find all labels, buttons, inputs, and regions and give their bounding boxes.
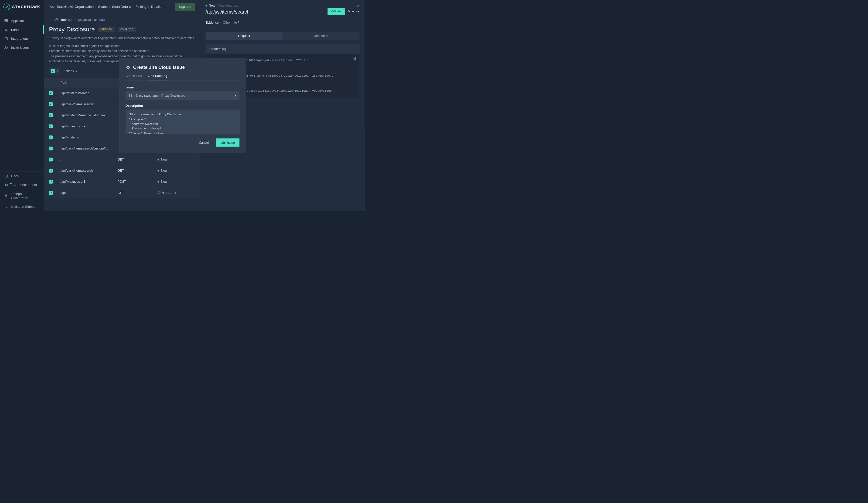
svg-point-12 <box>6 195 7 196</box>
sidebar-item-label: Scans <box>11 28 20 32</box>
row-path: /api/basic/items/search/customT... <box>61 147 117 150</box>
description-textarea[interactable] <box>126 110 240 134</box>
sidebar-item-label: Announcements <box>12 183 37 187</box>
upgrade-button[interactable]: Upgrade <box>175 3 195 11</box>
stackhawk-logo-icon <box>3 3 10 11</box>
validate-button[interactable]: Validate <box>328 8 345 15</box>
window-icon <box>55 18 59 21</box>
row-more-menu[interactable]: ⋮ <box>191 169 195 173</box>
row-checkbox[interactable] <box>49 135 53 139</box>
svg-rect-2 <box>7 19 8 20</box>
grid-icon <box>4 19 8 23</box>
breadcrumb-item[interactable]: Scans <box>98 5 107 9</box>
close-button[interactable]: × <box>357 3 360 8</box>
cwe-badge[interactable]: CWE-200 <box>118 27 136 32</box>
back-button[interactable]: ← <box>49 18 53 22</box>
row-checkbox[interactable] <box>49 146 53 150</box>
sidebar-item-announcements[interactable]: Announcements <box>0 181 44 189</box>
svg-rect-3 <box>5 21 6 22</box>
row-checkbox[interactable] <box>49 180 53 184</box>
row-checkbox[interactable] <box>49 157 53 161</box>
chevron-down-icon: ▾ <box>75 69 77 73</box>
description-field-label: Description <box>126 104 240 107</box>
breadcrumb-item[interactable]: Your StackHawk Organization <box>49 5 94 9</box>
row-checkbox[interactable] <box>49 91 53 95</box>
puzzle-icon <box>4 37 8 40</box>
tab-evidence[interactable]: Evidence <box>206 21 219 27</box>
status-text: New <box>161 180 167 183</box>
row-method: GET <box>117 169 158 172</box>
row-more-menu[interactable]: ⋮ <box>191 180 195 184</box>
status-dot <box>157 170 159 172</box>
chevron-down-icon: ▼ <box>56 70 58 73</box>
row-method: GET <box>117 191 158 194</box>
sidebar-item-collapse[interactable]: Collapse Sidebar <box>0 202 44 211</box>
sidebar-item-label: Integrations <box>11 37 29 41</box>
jira-modal: Create Jira Cloud Issue Create Issue Lin… <box>119 58 246 153</box>
segment-request[interactable]: Request <box>206 32 282 40</box>
actions-dropdown[interactable]: Actions ▾ <box>347 10 360 13</box>
breadcrumb-item[interactable]: Details <box>151 5 161 9</box>
sidebar-item-label: Applications <box>11 19 29 23</box>
table-row[interactable]: / GET New ⋮ <box>44 154 200 165</box>
row-checkbox[interactable] <box>49 191 53 195</box>
chevron-down-icon: ▾ <box>235 94 236 97</box>
svg-rect-1 <box>5 19 6 20</box>
actions-dropdown[interactable]: Actions ▾ <box>63 69 77 73</box>
external-link-icon <box>174 191 177 194</box>
row-path: / <box>61 158 117 161</box>
sidebar-item-docs[interactable]: Docs <box>0 172 44 181</box>
row-path: /api/jwt/items <box>61 136 117 139</box>
table-header-path: Path <box>61 81 67 84</box>
sidebar-item-label: Collapse Sidebar <box>11 205 37 209</box>
chevron-left-icon <box>4 205 8 208</box>
table-row[interactable]: /api/jwt/auth/signin POST New ⋮ <box>44 176 200 187</box>
row-path: /api/jwt/items/search <box>61 91 117 95</box>
row-more-menu[interactable]: ⋮ <box>191 191 195 195</box>
tab-indicator-dot <box>238 21 239 23</box>
detail-path: /api/jwt/items/search <box>206 9 250 15</box>
breadcrumb-item[interactable]: Scan Details <box>112 5 131 9</box>
row-method: GET <box>117 158 158 161</box>
sidebar-item-scans[interactable]: Scans <box>0 25 44 34</box>
sidebar-item-label: Invite Users <box>11 46 29 50</box>
sidebar-item-label: Docs <box>11 174 19 178</box>
sidebar-item-user[interactable]: Joseph Hackerman <box>0 189 44 202</box>
sidebar-item-applications[interactable]: Applications <box>0 16 44 25</box>
cancel-button[interactable]: Cancel <box>195 138 213 147</box>
svg-point-9 <box>5 47 6 48</box>
issue-select[interactable]: SS-46: my sweet app - Proxy Disclosure ▾ <box>126 91 240 100</box>
row-path: /api/jwt/auth/signin <box>61 125 117 128</box>
chevron-down-icon: ▾ <box>358 10 359 13</box>
svg-rect-8 <box>5 38 7 40</box>
tab-other-info[interactable]: Other Info <box>223 21 239 27</box>
row-method: POST <box>117 180 158 183</box>
row-checkbox[interactable] <box>49 169 53 173</box>
modal-tab-create[interactable]: Create Issue <box>126 74 143 80</box>
segment-response[interactable]: Response <box>282 32 359 40</box>
logo[interactable]: STACKHAWK <box>0 0 44 14</box>
row-checkbox[interactable] <box>49 124 53 128</box>
row-checkbox[interactable] <box>49 113 53 117</box>
status-dot <box>157 181 159 183</box>
modal-tab-link-existing[interactable]: Link Existing <box>148 74 167 80</box>
row-checkbox[interactable] <box>49 102 53 106</box>
link-issue-button[interactable]: Link Issue <box>216 138 240 147</box>
breadcrumb-item[interactable]: Finding <box>135 5 146 9</box>
table-row[interactable]: /api/basic/items/search GET New ⋮ <box>44 165 200 176</box>
sidebar-item-invite-users[interactable]: Invite Users <box>0 43 44 52</box>
select-all-checkbox[interactable]: ▼ <box>49 68 61 75</box>
sidebar-item-integrations[interactable]: Integrations <box>0 34 44 43</box>
svg-rect-16 <box>354 58 356 60</box>
copy-icon[interactable] <box>353 57 356 60</box>
status-label: New <box>209 4 215 7</box>
row-more-menu[interactable]: ⋮ <box>191 158 195 162</box>
status-dot <box>157 159 159 161</box>
finding-summary: 1 proxy server(s) were detected or finge… <box>44 35 200 43</box>
row-path: /api/basic/items/search/ <box>61 102 117 106</box>
status-text: T… <box>166 191 171 194</box>
table-row[interactable]: /api GET T… ⋮ <box>44 187 200 198</box>
jira-icon <box>126 64 131 70</box>
row-path: /api <box>61 191 117 194</box>
row-path: /api/basic/items/search <box>61 169 117 172</box>
